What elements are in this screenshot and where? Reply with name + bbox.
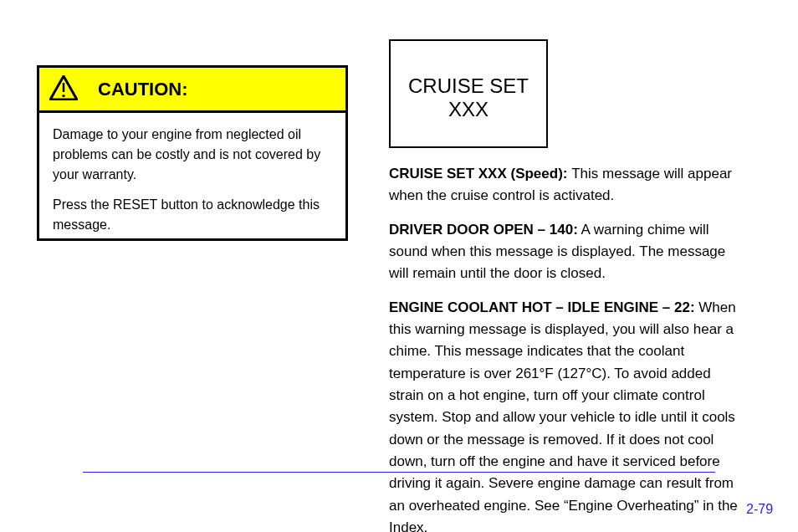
warning-triangle-icon: [49, 75, 78, 104]
p3-rest: When this warning message is displayed, …: [389, 299, 738, 532]
cruise-panel: CRUISE SET XXX: [389, 39, 548, 148]
p3-num: – 22:: [662, 299, 695, 315]
p2-num: – 140:: [538, 222, 578, 238]
horizontal-rule: [83, 472, 715, 473]
caution-body: Damage to your engine from neglected oil…: [39, 113, 345, 243]
p1-lead: CRUISE SET XXX (Speed):: [389, 166, 571, 182]
p2-lead: DRIVER DOOR OPEN: [389, 222, 538, 238]
right-p3: ENGINE COOLANT HOT – IDLE ENGINE – 22: W…: [389, 297, 744, 532]
right-p2: DRIVER DOOR OPEN – 140: A warning chime …: [389, 219, 744, 285]
svg-point-1: [62, 94, 64, 96]
page-number: 2-79: [746, 502, 773, 517]
caution-label: CAUTION:: [98, 79, 188, 100]
caution-p2: Press the RESET button to acknowledge th…: [53, 195, 332, 235]
right-p1: CRUISE SET XXX (Speed): This message wil…: [389, 163, 744, 207]
caution-box: CAUTION: Damage to your engine from negl…: [37, 65, 348, 241]
right-column: CRUISE SET XXX (Speed): This message wil…: [389, 163, 744, 532]
caution-header: CAUTION:: [39, 68, 345, 113]
cruise-text: CRUISE SET XXX: [391, 74, 546, 121]
p3-lead: ENGINE COOLANT HOT – IDLE ENGINE: [389, 299, 662, 315]
caution-p1: Damage to your engine from neglected oil…: [53, 125, 332, 185]
